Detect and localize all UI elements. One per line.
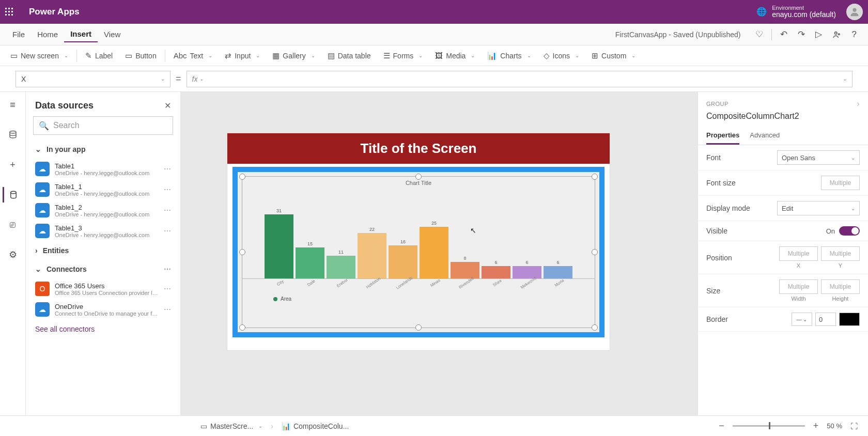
connectors-header[interactable]: ⌄ Connectors ⋯: [26, 260, 180, 278]
font-value: Open Sans: [782, 154, 815, 162]
chevron-right-icon[interactable]: ›: [857, 99, 860, 108]
input-button[interactable]: ⇄ Input ⌄: [219, 49, 266, 63]
connector-item[interactable]: OOffice 365 UsersOffice 365 Users Connec…: [26, 278, 180, 299]
more-icon[interactable]: ⋯: [164, 285, 171, 293]
user-avatar[interactable]: [846, 4, 863, 20]
bar-value: 25: [431, 221, 437, 226]
redo-icon[interactable]: ↷: [793, 27, 810, 42]
menu-home[interactable]: Home: [31, 27, 64, 42]
more-icon[interactable]: ⋯: [164, 305, 171, 314]
more-icon[interactable]: ⋯: [164, 206, 171, 214]
equals-label: =: [176, 73, 181, 84]
button-button[interactable]: ▭ Button: [119, 49, 162, 63]
zoom-in-button[interactable]: +: [809, 419, 823, 432]
text-button[interactable]: Abc Text ⌄: [167, 49, 219, 62]
resize-handle[interactable]: [239, 249, 245, 255]
connector-item[interactable]: ☁OneDriveConnect to OneDrive to manage y…: [26, 299, 180, 320]
fontsize-input[interactable]: Multiple: [821, 176, 860, 190]
menu-insert[interactable]: Insert: [64, 26, 98, 42]
datasource-item[interactable]: ☁Table1_2OneDrive - henry.legge@outlook.…: [26, 200, 180, 221]
position-x-input[interactable]: Multiple: [779, 246, 818, 261]
search-input[interactable]: 🔍 Search: [33, 116, 173, 135]
database-icon[interactable]: [3, 127, 23, 143]
menu-file[interactable]: File: [6, 27, 31, 42]
label-button[interactable]: ✎ Label: [79, 49, 119, 63]
play-icon[interactable]: ▷: [810, 27, 827, 42]
in-your-app-header[interactable]: ⌄ In your app: [26, 140, 180, 159]
border-style-select[interactable]: — ⌄: [792, 313, 812, 326]
height-input[interactable]: Multiple: [821, 279, 860, 294]
undo-icon[interactable]: ↶: [775, 27, 793, 42]
datatable-button[interactable]: ▤ Data table: [321, 49, 377, 63]
media-icon: 🖼: [435, 51, 443, 60]
zoom-out-button[interactable]: −: [715, 419, 729, 432]
position-y-input[interactable]: Multiple: [821, 246, 860, 261]
breadcrumb-control[interactable]: 📊 CompositeColu...: [277, 420, 353, 432]
width-input[interactable]: Multiple: [779, 279, 818, 294]
charts-button[interactable]: 📊 Charts ⌄: [481, 49, 537, 63]
bar-value: 6: [556, 260, 559, 265]
tab-properties[interactable]: Properties: [706, 127, 739, 145]
crumb2-label: CompositeColu...: [293, 422, 349, 430]
cloud-icon: ☁: [35, 203, 50, 217]
property-selector[interactable]: X ⌄: [16, 71, 171, 87]
datasource-item[interactable]: ☁Table1OneDrive - henry.legge@outlook.co…: [26, 159, 180, 179]
app-checker-icon[interactable]: ♡: [750, 27, 768, 42]
new-screen-label: New screen: [21, 52, 59, 60]
icons-button[interactable]: ◇ Icons ⌄: [537, 49, 585, 63]
resize-handle[interactable]: [592, 174, 598, 180]
more-icon[interactable]: ⋯: [164, 165, 171, 173]
gallery-button[interactable]: ▦ Gallery ⌄: [266, 49, 321, 63]
media-rail-icon[interactable]: ⎚: [3, 217, 23, 232]
resize-handle[interactable]: [415, 174, 422, 180]
datasource-item[interactable]: ☁Table1_1OneDrive - henry.legge@outlook.…: [26, 179, 180, 200]
more-icon[interactable]: ⋯: [164, 227, 171, 235]
chart-legend: Area: [273, 296, 595, 302]
resize-handle[interactable]: [239, 324, 245, 331]
chevron-down-icon: ⌄: [208, 53, 212, 58]
forms-button[interactable]: ☰ Forms ⌄: [377, 49, 429, 63]
data-icon[interactable]: [3, 187, 23, 203]
tree-view-icon[interactable]: ≡: [3, 97, 23, 113]
help-icon[interactable]: ?: [847, 27, 862, 42]
formula-input[interactable]: fx ⌄ ⌄: [187, 71, 853, 87]
new-screen-button[interactable]: ▭ New screen ⌄: [4, 49, 74, 63]
chevron-down-icon[interactable]: ⌄: [843, 76, 847, 82]
chevron-down-icon: ⌄: [161, 76, 165, 82]
entities-header[interactable]: › Entities: [26, 241, 180, 260]
add-icon[interactable]: +: [3, 157, 23, 173]
displaymode-select[interactable]: Edit ⌄: [777, 201, 860, 215]
bar-value: 15: [307, 241, 313, 246]
ds-item-sub: OneDrive - henry.legge@outlook.com: [55, 232, 159, 238]
border-width-input[interactable]: 0: [815, 313, 836, 326]
resize-handle[interactable]: [592, 324, 598, 331]
advanced-tools-icon[interactable]: ⚙: [3, 247, 23, 262]
tab-advanced[interactable]: Advanced: [750, 127, 780, 145]
display-value: Edit: [782, 205, 793, 212]
more-icon[interactable]: ⋯: [164, 185, 171, 194]
resize-handle[interactable]: [239, 174, 245, 180]
resize-handle[interactable]: [592, 249, 598, 255]
media-button[interactable]: 🖼 Media ⌄: [429, 49, 481, 62]
search-placeholder: Search: [53, 121, 80, 130]
border-color-picker[interactable]: [839, 313, 860, 326]
menu-view[interactable]: View: [98, 27, 127, 42]
resize-handle[interactable]: [415, 324, 422, 331]
see-all-connectors-link[interactable]: See all connectors: [26, 320, 180, 338]
close-icon[interactable]: ✕: [164, 101, 171, 111]
chevron-down-icon: ⌄: [631, 53, 636, 58]
app-launcher-icon[interactable]: [5, 8, 26, 16]
canvas-area[interactable]: Title of the Screen Chart Title 31151122…: [181, 92, 698, 415]
fit-to-screen-icon[interactable]: ⛶: [846, 420, 862, 432]
visible-toggle[interactable]: [839, 226, 860, 236]
zoom-slider[interactable]: [733, 425, 805, 427]
chart-selection[interactable]: Chart Title 3115112216258666 CityDaleEre…: [233, 167, 605, 337]
breadcrumb-screen[interactable]: ▭ MasterScre... ⌄: [196, 420, 267, 432]
icons-icon: ◇: [544, 51, 550, 60]
font-select[interactable]: Open Sans ⌄: [777, 150, 860, 165]
share-icon[interactable]: [827, 28, 847, 41]
environment-picker[interactable]: 🌐 Environment enayu.com (default): [756, 5, 836, 19]
datasource-item[interactable]: ☁Table1_3OneDrive - henry.legge@outlook.…: [26, 221, 180, 241]
custom-button[interactable]: ⊞ Custom ⌄: [585, 49, 642, 63]
more-icon[interactable]: ⋯: [164, 265, 171, 273]
